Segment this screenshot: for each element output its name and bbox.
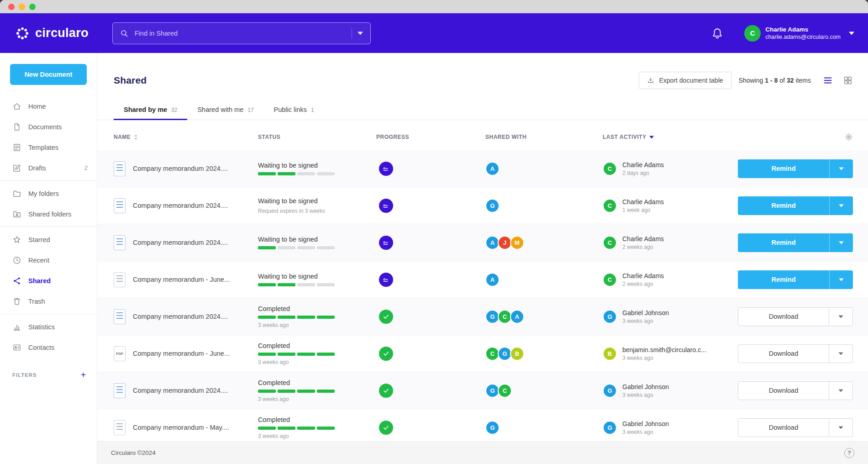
avatar[interactable]: G bbox=[485, 199, 500, 213]
remind-button[interactable]: Remind bbox=[738, 159, 853, 178]
search-input[interactable] bbox=[134, 29, 346, 37]
column-header-status[interactable]: STATUS bbox=[258, 134, 376, 140]
table-row[interactable]: Company memorandum 2024.... Completed 3 … bbox=[97, 372, 868, 409]
document-name[interactable]: Company memorandum - June... bbox=[133, 350, 230, 357]
table-row[interactable]: Company memorandum - June... Waiting to … bbox=[97, 261, 868, 298]
help-button[interactable]: ? bbox=[844, 448, 854, 458]
status-text: Waiting to be signed bbox=[258, 197, 358, 205]
remind-button[interactable]: Remind bbox=[738, 270, 853, 289]
sidebar-item-templates[interactable]: Templates bbox=[0, 137, 97, 158]
column-header-last-activity[interactable]: LAST ACTIVITY bbox=[603, 134, 738, 140]
tab-shared-with-me[interactable]: Shared with me 17 bbox=[187, 100, 263, 120]
download-button[interactable]: Download bbox=[738, 344, 853, 363]
caret-down-icon[interactable] bbox=[829, 233, 853, 252]
circularo-logo-icon bbox=[15, 26, 30, 41]
new-document-button[interactable]: New Document bbox=[10, 64, 87, 85]
shared-with-avatars: G bbox=[485, 199, 603, 213]
sidebar-item-label: Starred bbox=[28, 236, 50, 243]
caret-down-icon[interactable] bbox=[829, 419, 852, 437]
sidebar-item-shared-folders[interactable]: Shared folders bbox=[0, 204, 97, 224]
document-name[interactable]: Company memorandum - May.... bbox=[133, 424, 229, 431]
brand[interactable]: circularo bbox=[15, 26, 89, 41]
column-header-shared-with[interactable]: SHARED WITH bbox=[485, 134, 603, 140]
avatar[interactable]: B bbox=[510, 347, 524, 361]
avatar[interactable]: A bbox=[510, 310, 524, 324]
download-button[interactable]: Download bbox=[738, 381, 853, 400]
user-email: charlie.adams@circularo.com bbox=[765, 33, 841, 41]
sidebar-item-my-folders[interactable]: My folders bbox=[0, 183, 97, 204]
activity-user: Gabriel Johnson bbox=[622, 309, 669, 316]
document-name[interactable]: Company memorandum 2024.... bbox=[133, 313, 228, 320]
progress-bar bbox=[258, 172, 335, 175]
avatar[interactable]: C bbox=[498, 384, 512, 398]
avatar: C bbox=[603, 236, 617, 250]
document-file-icon bbox=[114, 272, 126, 287]
column-settings-button[interactable] bbox=[738, 133, 853, 141]
minimize-button[interactable] bbox=[19, 4, 25, 10]
tab-shared-by-me[interactable]: Shared by me 32 bbox=[114, 100, 187, 120]
footer: Circularo ©2024 ? bbox=[97, 441, 868, 464]
search-icon bbox=[120, 29, 128, 37]
global-search[interactable] bbox=[112, 22, 371, 44]
table-row[interactable]: Company memorandum 2024.... Waiting to b… bbox=[97, 224, 868, 261]
sidebar-item-drafts[interactable]: Drafts 2 bbox=[0, 158, 97, 178]
avatar[interactable]: A bbox=[485, 162, 500, 176]
table-header: NAME STATUS PROGRESS SHARED WITH LAST AC… bbox=[97, 124, 868, 150]
download-button[interactable]: Download bbox=[738, 307, 853, 326]
activity-user: benjamin.smith@circularo.c... bbox=[622, 346, 706, 353]
add-filter-button[interactable] bbox=[80, 371, 87, 378]
avatar[interactable]: G bbox=[485, 421, 500, 435]
sidebar-item-home[interactable]: Home bbox=[0, 96, 97, 116]
user-menu[interactable]: C Charlie Adams charlie.adams@circularo.… bbox=[744, 25, 854, 42]
progress-bar bbox=[258, 246, 335, 249]
sidebar-item-recent[interactable]: Recent bbox=[0, 250, 97, 270]
document-name[interactable]: Company memorandum 2024.... bbox=[133, 239, 228, 246]
activity-user: Charlie Adams bbox=[622, 198, 664, 206]
activity-user: Gabriel Johnson bbox=[622, 420, 669, 427]
zoom-button[interactable] bbox=[29, 4, 36, 10]
table-row[interactable]: Company memorandum - May.... Completed 3… bbox=[97, 409, 868, 446]
progress-bar bbox=[258, 353, 335, 356]
sidebar-item-contacts[interactable]: Contacts bbox=[0, 337, 97, 358]
table-row[interactable]: Company memorandum 2024.... Completed 3 … bbox=[97, 298, 868, 335]
list-view-icon[interactable] bbox=[823, 75, 833, 85]
document-name[interactable]: Company memorandum 2024.... bbox=[133, 387, 228, 394]
column-header-name[interactable]: NAME bbox=[114, 134, 258, 140]
avatar: G bbox=[603, 310, 617, 324]
notifications-button[interactable] bbox=[711, 27, 723, 39]
caret-down-icon[interactable] bbox=[829, 382, 852, 400]
close-button[interactable] bbox=[8, 4, 15, 10]
remind-button[interactable]: Remind bbox=[738, 196, 853, 215]
shared-with-avatars: C G B bbox=[485, 347, 603, 361]
remind-button[interactable]: Remind bbox=[738, 233, 853, 252]
export-icon bbox=[647, 77, 654, 84]
document-name[interactable]: Company memorandum 2024.... bbox=[133, 202, 228, 209]
caret-down-icon[interactable] bbox=[829, 159, 853, 178]
sidebar-item-starred[interactable]: Starred bbox=[0, 229, 97, 250]
caret-down-icon[interactable] bbox=[829, 345, 852, 363]
document-name[interactable]: Company memorandum 2024.... bbox=[133, 165, 228, 172]
caret-down-icon[interactable] bbox=[829, 308, 852, 326]
sidebar-item-statistics[interactable]: Statistics bbox=[0, 316, 97, 337]
sidebar-item-trash[interactable]: Trash bbox=[0, 291, 97, 311]
tab-public-links[interactable]: Public links 1 bbox=[264, 100, 324, 120]
document-name[interactable]: Company memorandum - June... bbox=[133, 276, 230, 283]
table-row[interactable]: Company memorandum 2024.... Waiting to b… bbox=[97, 187, 868, 224]
sidebar-item-label: Shared folders bbox=[28, 211, 71, 218]
caret-down-icon[interactable] bbox=[829, 196, 853, 215]
column-header-progress[interactable]: PROGRESS bbox=[376, 134, 485, 140]
shared-with-avatars: G C bbox=[485, 384, 603, 398]
shared-folder-icon bbox=[12, 210, 21, 219]
sidebar-item-documents[interactable]: Documents bbox=[0, 116, 97, 137]
table-row[interactable]: PDF Company memorandum - June... Complet… bbox=[97, 335, 868, 372]
search-scope-caret-icon[interactable] bbox=[358, 32, 363, 35]
table-row[interactable]: Company memorandum 2024.... Waiting to b… bbox=[97, 150, 868, 187]
avatar[interactable]: A bbox=[485, 273, 500, 287]
avatar[interactable]: M bbox=[510, 236, 524, 250]
export-document-table-button[interactable]: Export document table bbox=[639, 72, 731, 89]
completed-check-icon bbox=[379, 347, 393, 361]
sidebar-item-shared[interactable]: Shared bbox=[0, 270, 97, 291]
grid-view-icon[interactable] bbox=[843, 75, 853, 85]
caret-down-icon[interactable] bbox=[829, 270, 853, 289]
download-button[interactable]: Download bbox=[738, 418, 853, 437]
